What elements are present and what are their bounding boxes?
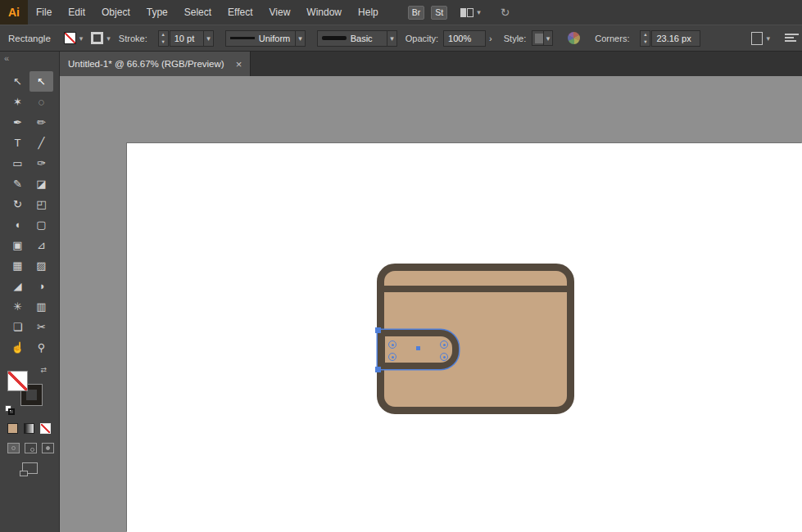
align-panel-icon[interactable] xyxy=(785,34,799,43)
stroke-weight-stepper[interactable]: ▴ ▾ xyxy=(158,30,169,47)
scale-tool[interactable]: ◰ xyxy=(29,194,53,214)
document-tab-strip: Untitled-1* @ 66.67% (RGB/Preview) × xyxy=(60,52,802,76)
menu-file[interactable]: File xyxy=(28,0,60,25)
center-point[interactable] xyxy=(416,346,420,350)
anchor-point[interactable] xyxy=(375,367,381,372)
control-bar-right-icons: ▾ xyxy=(751,32,802,45)
corners-stepper[interactable]: ▴ ▾ xyxy=(640,30,650,47)
corners-value: 23.16 px xyxy=(656,34,691,43)
live-corner-widget[interactable] xyxy=(440,353,448,361)
type-tool[interactable]: T xyxy=(6,133,29,153)
pen-tool[interactable]: ✒ xyxy=(6,112,29,133)
gradient-tool[interactable]: ▨ xyxy=(29,255,53,276)
menu-select[interactable]: Select xyxy=(176,0,220,25)
close-icon[interactable]: × xyxy=(236,58,242,70)
tools-grid: ↖ ↖ ✶ ◌ ✒ ✏ T ╱ ▭ ✑ ✎ ◪ ↻ ◰ ◖ ▢ ▣ ⊿ ▦ ▨ … xyxy=(6,71,53,358)
live-corner-widget[interactable] xyxy=(440,340,448,349)
fill-swatch[interactable] xyxy=(64,32,76,44)
style-caret-icon[interactable]: ▾ xyxy=(543,31,553,45)
draw-normal-button[interactable] xyxy=(7,443,20,453)
draw-inside-button[interactable] xyxy=(42,443,54,453)
width-tool[interactable]: ◖ xyxy=(6,214,29,235)
bridge-button[interactable]: Br xyxy=(408,6,425,20)
shaper-tool[interactable]: ✎ xyxy=(6,174,29,194)
swap-fill-stroke-icon[interactable]: ⇄ xyxy=(40,366,47,374)
curvature-tool[interactable]: ✏ xyxy=(29,112,53,133)
color-button[interactable] xyxy=(7,423,18,434)
slice-tool[interactable]: ✂ xyxy=(29,317,53,337)
brush-definition-dropdown[interactable]: Basic ▾ xyxy=(317,30,397,47)
mesh-tool[interactable]: ▦ xyxy=(6,255,29,276)
shape-builder-tool[interactable]: ▣ xyxy=(6,235,29,255)
selection-tool[interactable]: ↖ xyxy=(6,71,29,92)
eyedropper-tool[interactable]: ◢ xyxy=(6,276,29,296)
style-dropdown[interactable]: ▾ xyxy=(532,30,553,46)
stroke-weight-field[interactable]: 10 pt ▾ xyxy=(170,30,214,47)
symbol-sprayer-tool[interactable]: ✳ xyxy=(6,296,29,317)
opacity-panel-chevron-icon[interactable]: › xyxy=(489,34,492,43)
width-profile-dropdown[interactable]: Uniform ▾ xyxy=(225,30,306,47)
anchor-point[interactable] xyxy=(375,327,381,333)
canvas[interactable] xyxy=(60,76,802,532)
opacity-field[interactable]: 100% xyxy=(443,30,486,47)
free-transform-tool[interactable]: ▢ xyxy=(29,214,53,235)
tools-panel: « ↖ ↖ ✶ ◌ ✒ ✏ T ╱ ▭ ✑ ✎ ◪ ↻ ◰ ◖ ▢ ▣ ⊿ ▦ … xyxy=(0,52,60,532)
fill-caret-icon[interactable]: ▾ xyxy=(79,34,84,43)
panel-collapse-icon[interactable]: « xyxy=(0,52,59,66)
menu-edit[interactable]: Edit xyxy=(60,0,93,25)
draw-behind-button[interactable] xyxy=(25,443,37,453)
direct-selection-tool[interactable]: ↖ xyxy=(29,71,53,92)
document-tab[interactable]: Untitled-1* @ 66.67% (RGB/Preview) × xyxy=(60,52,251,76)
gradient-button[interactable] xyxy=(24,423,34,434)
recolor-artwork-icon[interactable] xyxy=(568,32,580,44)
stepper-up-icon[interactable]: ▴ xyxy=(159,31,168,38)
brush-caret-icon[interactable]: ▾ xyxy=(387,31,396,46)
artboard-tool[interactable]: ❏ xyxy=(6,317,29,337)
column-graph-tool[interactable]: ▥ xyxy=(29,296,53,317)
opacity-label: Opacity: xyxy=(406,34,438,43)
brush-definition-value: Basic xyxy=(351,34,373,43)
width-profile-value: Uniform xyxy=(259,34,291,43)
menu-effect[interactable]: Effect xyxy=(220,0,261,25)
document-setup-caret-icon[interactable]: ▾ xyxy=(766,34,770,43)
live-corner-widget[interactable] xyxy=(388,353,396,361)
stepper-up-icon[interactable]: ▴ xyxy=(641,31,650,38)
lasso-tool[interactable]: ◌ xyxy=(29,92,53,112)
line-segment-tool[interactable]: ╱ xyxy=(29,133,53,153)
menu-bar: Ai File Edit Object Type Select Effect V… xyxy=(0,0,802,25)
wallet-divider-line[interactable] xyxy=(384,286,567,292)
style-label: Style: xyxy=(504,34,527,43)
menu-help[interactable]: Help xyxy=(350,0,387,25)
fill-stroke-indicator: ⇄ xyxy=(7,367,45,408)
illustrator-logo: Ai xyxy=(0,0,28,25)
fill-color-swatch[interactable] xyxy=(7,371,28,391)
zoom-tool[interactable]: ⚲ xyxy=(29,337,53,358)
profile-caret-icon[interactable]: ▾ xyxy=(295,31,305,46)
stroke-swatch[interactable] xyxy=(91,32,103,44)
sync-settings-icon[interactable]: ↻ xyxy=(501,6,510,19)
corners-field[interactable]: 23.16 px xyxy=(651,30,700,47)
stroke-weight-caret-icon[interactable]: ▾ xyxy=(203,31,213,46)
stroke-caret-icon[interactable]: ▾ xyxy=(106,34,111,43)
rectangle-tool[interactable]: ▭ xyxy=(6,153,29,174)
rotate-tool[interactable]: ↻ xyxy=(6,194,29,214)
live-corner-widget[interactable] xyxy=(388,340,396,349)
hand-tool[interactable]: ☝ xyxy=(6,337,29,358)
stepper-down-icon[interactable]: ▾ xyxy=(159,38,168,46)
menu-object[interactable]: Object xyxy=(93,0,138,25)
workspace-switcher[interactable]: ▾ xyxy=(460,8,481,17)
stepper-down-icon[interactable]: ▾ xyxy=(641,38,650,46)
screen-mode-button[interactable] xyxy=(22,462,38,474)
menu-view[interactable]: View xyxy=(261,0,299,25)
document-setup-icon[interactable] xyxy=(751,32,763,45)
none-button[interactable] xyxy=(40,423,51,434)
paintbrush-tool[interactable]: ✑ xyxy=(29,153,53,174)
menu-type[interactable]: Type xyxy=(138,0,176,25)
menu-window[interactable]: Window xyxy=(298,0,350,25)
screen-mode-icon xyxy=(20,471,28,476)
blend-tool[interactable]: ◑ xyxy=(29,276,53,296)
eraser-tool[interactable]: ◪ xyxy=(29,174,53,194)
stock-button[interactable]: St xyxy=(431,6,447,20)
magic-wand-tool[interactable]: ✶ xyxy=(6,92,29,112)
perspective-grid-tool[interactable]: ⊿ xyxy=(29,235,53,255)
